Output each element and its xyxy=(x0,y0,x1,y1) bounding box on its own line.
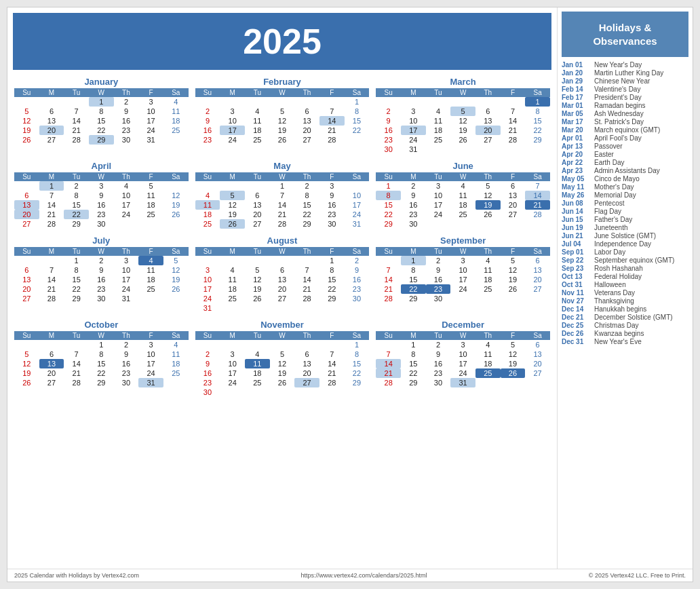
calendar-day: 26 xyxy=(14,135,39,145)
day-header: Th xyxy=(294,172,319,181)
calendar-day: 10 xyxy=(450,265,475,275)
calendar-day: 23 xyxy=(319,210,345,219)
holiday-date: May 05 xyxy=(562,175,591,183)
calendar-day xyxy=(163,135,189,145)
calendar-day: 6 xyxy=(475,107,501,116)
day-header: M xyxy=(220,247,245,256)
holiday-date: Dec 31 xyxy=(562,338,591,345)
footer-right: © 2025 Vertex42 LLC. Free to Print. xyxy=(589,572,686,579)
calendar-day: 16 xyxy=(114,359,139,368)
day-header: Th xyxy=(294,88,319,97)
calendar-day: 31 xyxy=(345,219,370,229)
calendar-day: 8 xyxy=(345,107,370,116)
calendar-day xyxy=(501,97,526,107)
calendar-day: 8 xyxy=(89,349,114,359)
calendar-day: 2 xyxy=(426,340,451,349)
calendar-day: 18 xyxy=(138,200,163,210)
calendar-day: 1 xyxy=(345,340,370,349)
day-header: W xyxy=(270,331,295,340)
day-header: W xyxy=(450,331,475,340)
holiday-name: Veterans Day xyxy=(594,289,635,297)
calendar-day: 9 xyxy=(376,116,401,126)
calendar-day: 15 xyxy=(376,200,401,210)
calendar-day: 2 xyxy=(294,181,319,191)
calendar-day: 13 xyxy=(294,359,319,368)
list-item: Feb 17President's Day xyxy=(562,94,688,101)
calendar-day xyxy=(270,340,295,349)
calendar-day: 23 xyxy=(401,210,426,219)
calendar-day: 17 xyxy=(450,359,475,368)
day-header: Sa xyxy=(525,331,550,340)
calendar-day: 18 xyxy=(245,368,270,378)
day-header: M xyxy=(39,88,64,97)
holiday-name: April Fool's Day xyxy=(594,134,642,142)
calendar-day: 22 xyxy=(64,210,89,219)
calendar-day xyxy=(426,97,451,107)
calendar-day xyxy=(14,340,39,349)
calendar-day: 25 xyxy=(475,368,501,378)
calendar-day xyxy=(319,97,345,107)
day-header: W xyxy=(450,88,475,97)
calendar-day: 19 xyxy=(475,200,501,210)
list-item: Apr 13Passover xyxy=(562,142,688,150)
month-title: September xyxy=(376,235,550,246)
holiday-name: Halloween xyxy=(594,281,626,288)
day-header: Su xyxy=(376,88,401,97)
calendar-day xyxy=(475,219,501,229)
day-header: W xyxy=(450,172,475,181)
calendar-day: 2 xyxy=(89,256,114,265)
calendar-day xyxy=(525,219,550,229)
calendar-day xyxy=(138,294,163,303)
calendar-day: 18 xyxy=(450,200,475,210)
calendar-day: 10 xyxy=(138,107,163,116)
calendar-table: SuMTuWThFSa12345678910111213141516171819… xyxy=(14,247,189,303)
holiday-date: Sep 01 xyxy=(562,248,591,256)
month-block-july: JulySuMTuWThFSa1234567891011121314151617… xyxy=(13,234,190,314)
calendar-day: 27 xyxy=(245,219,270,229)
calendar-day xyxy=(195,340,220,349)
holiday-name: Independence Day xyxy=(594,240,651,248)
month-block-january: JanuarySuMTuWThFSa1234567891011121314151… xyxy=(13,75,190,155)
calendar-day: 4 xyxy=(163,340,189,349)
calendar-table: SuMTuWThFSa12345678910111213141516171819… xyxy=(195,172,370,229)
content-area: 2025 JanuarySuMTuWThFSa12345678910111213… xyxy=(7,7,693,569)
calendar-day xyxy=(345,387,370,397)
calendar-day: 14 xyxy=(376,275,401,284)
calendar-day xyxy=(245,256,270,265)
day-header: M xyxy=(220,88,245,97)
calendar-day: 6 xyxy=(245,191,270,200)
holiday-name: Rosh Hashanah xyxy=(594,265,643,272)
calendar-day: 23 xyxy=(195,378,220,387)
calendar-day: 18 xyxy=(475,359,501,368)
calendar-day: 1 xyxy=(39,181,64,191)
calendar-day xyxy=(475,145,501,154)
calendar-day: 2 xyxy=(114,340,139,349)
calendar-day: 26 xyxy=(501,368,526,378)
calendar-day xyxy=(426,219,451,229)
calendar-day: 1 xyxy=(401,340,426,349)
day-header: Tu xyxy=(245,172,270,181)
day-header: Sa xyxy=(345,331,370,340)
day-header: Sa xyxy=(163,88,189,97)
day-header: F xyxy=(501,88,526,97)
calendar-day: 7 xyxy=(270,191,295,200)
holiday-date: Jan 29 xyxy=(562,77,591,85)
calendar-day: 25 xyxy=(426,135,451,145)
calendar-day: 21 xyxy=(501,126,526,135)
day-header: W xyxy=(270,247,295,256)
holiday-date: Jun 08 xyxy=(562,200,591,207)
footer-center: https://www.vertex42.com/calendars/2025.… xyxy=(300,572,427,579)
calendar-day: 14 xyxy=(376,359,401,368)
calendar-day: 15 xyxy=(401,359,426,368)
calendar-day: 12 xyxy=(14,116,39,126)
calendar-day: 17 xyxy=(220,368,245,378)
calendar-day: 19 xyxy=(270,368,295,378)
calendar-day: 27 xyxy=(39,135,64,145)
day-header: Sa xyxy=(163,247,189,256)
day-header: W xyxy=(89,88,114,97)
calendar-day: 19 xyxy=(501,359,526,368)
holiday-name: March equinox (GMT) xyxy=(594,126,660,134)
calendar-day: 31 xyxy=(138,378,163,387)
calendar-day xyxy=(294,340,319,349)
calendar-day: 22 xyxy=(345,126,370,135)
